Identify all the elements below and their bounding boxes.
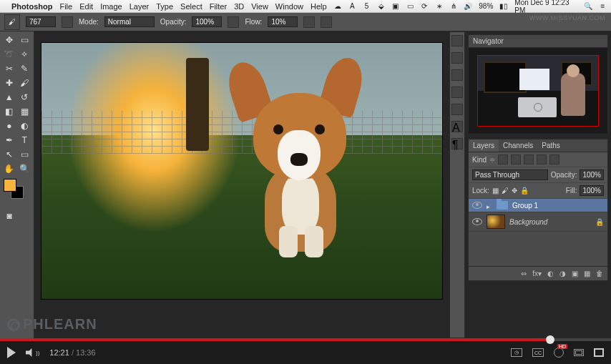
brush-size-field[interactable]: 767 <box>26 16 56 27</box>
play-button[interactable] <box>7 347 16 358</box>
tablet-pressure-icon[interactable] <box>321 16 332 28</box>
delete-layer-icon[interactable]: 🗑 <box>596 270 603 277</box>
actions-panel-icon[interactable] <box>451 52 463 64</box>
history-panel-icon[interactable] <box>451 35 463 46</box>
bluetooth-icon[interactable]: ∗ <box>435 2 443 11</box>
link-layers-icon[interactable]: ⇔ <box>521 270 527 277</box>
brush-panel-toggle-icon[interactable] <box>62 16 73 28</box>
display-icon[interactable]: ▭ <box>406 2 414 11</box>
character-panel-icon[interactable]: A <box>451 121 463 132</box>
dropbox-icon[interactable]: ⬙ <box>377 2 385 11</box>
document-canvas[interactable] <box>41 43 442 299</box>
wand-tool-icon[interactable]: ✧ <box>17 47 33 62</box>
airbrush-icon[interactable] <box>303 16 315 28</box>
navigator-tab[interactable]: Navigator <box>469 35 607 48</box>
fill-field[interactable]: 100% <box>580 185 604 196</box>
group-twirl-icon[interactable] <box>487 202 492 208</box>
color-swatches[interactable] <box>1 179 30 205</box>
properties-panel-icon[interactable] <box>451 69 463 81</box>
menu-window[interactable]: Window <box>275 2 303 11</box>
canvas-area[interactable] <box>34 31 449 338</box>
lasso-tool-icon[interactable]: ➰ <box>1 47 17 62</box>
cloud-icon[interactable]: ☁ <box>334 2 342 11</box>
wifi-icon[interactable]: ⋔ <box>449 2 457 11</box>
new-layer-icon[interactable]: ▦ <box>584 270 590 277</box>
hand-tool-icon[interactable]: ✋ <box>1 162 17 176</box>
filter-pixel-icon[interactable] <box>498 154 508 164</box>
filter-shape-icon[interactable] <box>537 154 547 164</box>
type-tool-icon[interactable]: T <box>17 133 33 147</box>
eraser-tool-icon[interactable]: ◧ <box>1 104 17 119</box>
evernote-icon[interactable]: 5 <box>363 2 371 11</box>
tab-paths[interactable]: Paths <box>537 139 564 152</box>
sync-icon[interactable]: ⟳ <box>421 2 429 11</box>
menu-type[interactable]: Type <box>156 2 173 11</box>
fx-icon[interactable]: fx▾ <box>532 270 542 277</box>
filter-adj-icon[interactable] <box>511 154 521 164</box>
navigator-preview[interactable] <box>469 48 607 134</box>
cc-button[interactable]: CC <box>532 348 544 357</box>
shape-tool-icon[interactable]: ▭ <box>17 147 33 162</box>
layer-name[interactable]: Background <box>509 218 547 226</box>
brush-panel-icon[interactable] <box>451 87 463 98</box>
flow-field[interactable]: 10% <box>268 16 298 27</box>
blend-mode-select[interactable]: Pass Through <box>472 169 548 180</box>
menu-view[interactable]: View <box>251 2 268 11</box>
brush-tool-icon[interactable]: 🖌 <box>17 76 33 90</box>
quickmask-icon[interactable]: ◙ <box>1 209 17 223</box>
stamp-tool-icon[interactable]: ▲ <box>1 90 17 104</box>
menu-layer[interactable]: Layer <box>129 2 150 11</box>
move-tool-icon[interactable]: ✥ <box>1 33 17 47</box>
path-tool-icon[interactable]: ↖ <box>1 147 17 162</box>
volume-control[interactable]: )) <box>26 348 39 357</box>
lock-paint-icon[interactable]: 🖌 <box>502 187 509 195</box>
opacity-field[interactable]: 100% <box>192 16 222 27</box>
visibility-toggle-icon[interactable] <box>472 202 482 209</box>
menu-image[interactable]: Image <box>100 2 122 11</box>
lock-trans-icon[interactable]: ▦ <box>492 187 499 195</box>
layer-row-group[interactable]: Group 1 <box>469 199 607 212</box>
brush-tool-preset-icon[interactable]: 🖌 <box>4 14 20 30</box>
pen-tool-icon[interactable]: ✒ <box>1 133 17 147</box>
gradient-tool-icon[interactable]: ▦ <box>17 104 33 119</box>
notification-center-icon[interactable]: ≡ <box>599 2 607 11</box>
layer-row-background[interactable]: Background 🔒 <box>469 212 607 232</box>
menu-select[interactable]: Select <box>180 2 202 11</box>
adjustment-icon[interactable]: ◑ <box>559 270 566 277</box>
lock-pos-icon[interactable]: ✥ <box>512 187 517 195</box>
spotlight-icon[interactable]: 🔍 <box>584 2 592 11</box>
lock-all-icon[interactable]: 🔒 <box>520 187 529 195</box>
tab-layers[interactable]: Layers <box>469 139 499 152</box>
mask-icon[interactable]: ◐ <box>547 270 554 277</box>
watch-later-icon[interactable]: ◷ <box>511 348 522 357</box>
menu-file[interactable]: File <box>59 2 72 11</box>
zoom-tool-icon[interactable]: 🔍 <box>17 162 33 176</box>
app-name[interactable]: Photoshop <box>11 2 52 11</box>
opacity-pressure-icon[interactable] <box>228 16 239 28</box>
foreground-swatch[interactable] <box>4 179 16 192</box>
menu-3d[interactable]: 3D <box>234 2 244 11</box>
history-brush-tool-icon[interactable]: ↺ <box>17 90 33 104</box>
menu-help[interactable]: Help <box>311 2 327 11</box>
crop-tool-icon[interactable]: ✂ <box>1 62 17 76</box>
layer-name[interactable]: Group 1 <box>512 202 538 210</box>
marquee-tool-icon[interactable]: ▭ <box>17 33 33 47</box>
menu-edit[interactable]: Edit <box>79 2 93 11</box>
layer-opacity-field[interactable]: 100% <box>580 169 604 180</box>
blend-mode-select[interactable]: Normal <box>104 16 155 27</box>
filter-type-icon[interactable] <box>524 154 534 164</box>
paragraph-panel-icon[interactable]: ¶ <box>451 138 463 149</box>
dodge-tool-icon[interactable]: ◐ <box>17 119 33 133</box>
battery-icon[interactable]: ▮▯ <box>499 2 508 11</box>
blur-tool-icon[interactable]: ● <box>1 119 17 133</box>
eyedropper-tool-icon[interactable]: ✎ <box>17 62 33 76</box>
volume-icon[interactable]: 🔊 <box>464 2 472 11</box>
visibility-toggle-icon[interactable] <box>472 218 482 225</box>
filter-smart-icon[interactable] <box>549 154 559 164</box>
group-icon[interactable]: ▣ <box>572 270 578 277</box>
theater-mode-button[interactable] <box>574 349 584 356</box>
tab-channels[interactable]: Channels <box>499 139 537 152</box>
heal-tool-icon[interactable]: ✚ <box>1 76 17 90</box>
menubar-clock[interactable]: Mon Dec 9 12:23 PM <box>514 0 577 14</box>
info-panel-icon[interactable] <box>451 104 463 115</box>
